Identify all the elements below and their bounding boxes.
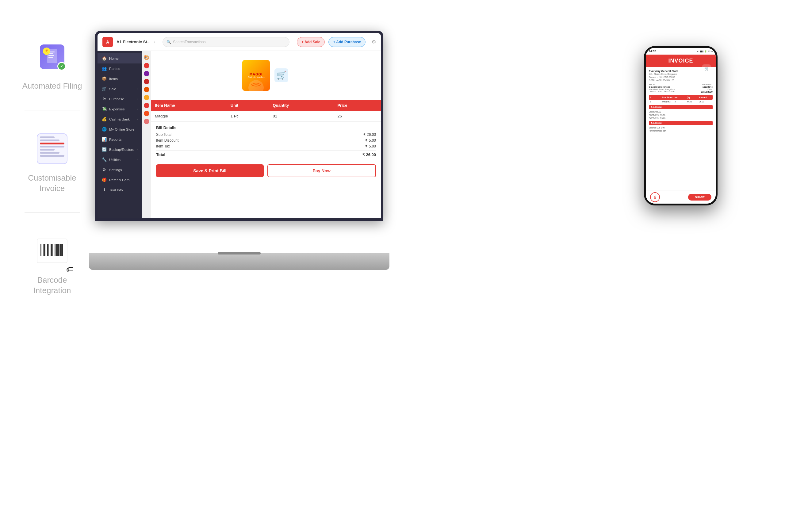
sidebar-item-trial-info[interactable]: ℹ Trial Info <box>98 185 142 195</box>
svg-rect-12 <box>50 244 50 256</box>
svg-rect-10 <box>47 244 48 256</box>
sidebar-item-home[interactable]: 🏠 Home <box>98 53 142 64</box>
save-print-button[interactable]: Save & Print Bill <box>156 164 264 177</box>
sidebar-item-cash-bank[interactable]: 💰 Cash & Bank › <box>98 114 142 124</box>
total-label: Total <box>156 152 165 157</box>
cell-price: 26 <box>334 111 381 122</box>
sidebar-label-cash-bank: Cash & Bank <box>109 118 130 121</box>
sidebar-item-reports[interactable]: 📊 Reports <box>98 134 142 145</box>
invoice-line-1 <box>40 136 55 138</box>
mobile-discount: Discount 5.00 <box>649 110 713 113</box>
mobile-bill-to-contact: Contact - +91 12345 67890 <box>649 91 676 93</box>
features-column: ₹ ✓ Automated Filing <box>18 37 86 296</box>
divider-1 <box>25 110 80 110</box>
print-icon: 🖨 <box>653 195 657 199</box>
items-icon: 📦 <box>102 76 107 81</box>
mobile-invoice-title: INVOICE <box>649 58 713 64</box>
item-tax-row: Item Tax ₹ 5.00 <box>156 144 376 148</box>
backup-icon: 🔄 <box>102 147 107 152</box>
mobile-share-button[interactable]: SHARE <box>688 194 711 201</box>
palette-dot-8[interactable] <box>144 119 149 124</box>
mobile-bill-to-label: Bill To: <box>649 83 676 85</box>
svg-rect-16 <box>55 244 55 256</box>
sidebar-label-purchase: Purchase <box>109 97 124 101</box>
palette-dot-4[interactable] <box>144 87 149 92</box>
palette-dot-6[interactable] <box>144 103 149 108</box>
col-item-name: Item Name <box>151 100 227 111</box>
maggie-brand: MAGGI <box>250 72 262 76</box>
sidebar-item-utilities[interactable]: 🔧 Utilities › <box>98 155 142 164</box>
palette-dot-7[interactable] <box>144 111 149 116</box>
expenses-icon: 💸 <box>102 107 107 111</box>
mobile-balance-due: Balance Due 0.00 <box>649 126 713 129</box>
svg-rect-11 <box>48 244 49 256</box>
cell-item-name: Maggie <box>151 111 227 122</box>
mobile-print-button[interactable]: 🖨 <box>650 192 660 202</box>
mobile-invoice-info: Invoice No: 11223344 Date: 22/12/2020 <box>701 83 713 93</box>
feature-customisable-invoice: Customisable Invoice <box>18 129 86 194</box>
divider-2 <box>25 212 80 212</box>
barcode-illustration: 🏷 <box>37 238 68 263</box>
sidebar-label-refer-earn: Refer & Earn <box>109 178 129 182</box>
mobile-total-bar: Total 26.00 <box>649 105 713 109</box>
laptop-container: A A1 Electronic St... › 🔍 SearchTransact… <box>89 31 389 270</box>
mobile-cart-icon: 🛒 <box>702 65 711 73</box>
sidebar-item-parties[interactable]: 👥 Parties <box>98 64 142 74</box>
feature-barcode-integration: 🏷 Barcode Integration <box>18 231 86 296</box>
palette-dot-2[interactable] <box>144 71 149 76</box>
mobile-td-num: 1 <box>650 101 662 103</box>
sidebar-label-settings: Settings <box>109 168 122 172</box>
mobile-col-rate: ate <box>675 96 687 98</box>
sidebar-label-online-store: My Online Store <box>109 128 134 131</box>
invoice-table: Item Name Unit Quantity Price Maggie 1 P… <box>151 100 381 122</box>
sidebar-label-parties: Parties <box>109 67 120 71</box>
invoice-table-container: Item Name Unit Quantity Price Maggie 1 P… <box>151 100 381 122</box>
palette-icon[interactable]: 🎨 <box>144 55 150 60</box>
search-placeholder: SearchTransactions <box>173 40 205 44</box>
laptop-base <box>89 253 389 270</box>
mobile-body: Everyday General Store #41, Classic Cres… <box>646 67 716 190</box>
invoice-line-2 <box>40 140 59 141</box>
sidebar-item-items[interactable]: 📦 Items <box>98 74 142 84</box>
svg-text:🛒: 🛒 <box>277 70 287 80</box>
barcode-svg <box>40 243 65 258</box>
cash-bank-arrow-icon: › <box>137 118 138 121</box>
mobile-summary: Discount 5.00 SGST@9% 2.5.00 CGST@9% 2.5… <box>649 110 713 120</box>
svg-rect-17 <box>56 244 57 256</box>
add-purchase-button[interactable]: + Add Purchase <box>328 37 365 47</box>
check-icon: ✓ <box>57 62 66 71</box>
cell-unit: 1 Pc <box>227 111 269 122</box>
cash-bank-icon: 💰 <box>102 117 107 121</box>
mobile-addr-line1: #41, Classic Crest, Bangalore <box>649 73 677 75</box>
invoice-red-line <box>40 143 65 145</box>
palette-dot-3[interactable] <box>144 79 149 84</box>
content-area: 🏠 Home 👥 Parties 📦 Items 🛒 Sale › <box>98 51 381 218</box>
mobile-td-amount: 26.00 <box>699 101 711 103</box>
mobile-time: 14:32 <box>649 50 656 53</box>
sidebar-item-backup[interactable]: 🔄 Backup/Restore › <box>98 145 142 155</box>
mobile-cgst: CGST@9% 2.5.00 <box>649 117 713 120</box>
search-bar[interactable]: 🔍 SearchTransactions <box>162 37 289 47</box>
expenses-arrow-icon: › <box>137 108 138 111</box>
sidebar-item-settings[interactable]: ⚙ Settings <box>98 164 142 175</box>
sidebar-item-sale[interactable]: 🛒 Sale › <box>98 84 142 94</box>
app-screen: A A1 Electronic St... › 🔍 SearchTransact… <box>98 33 381 218</box>
palette-dot-5[interactable] <box>144 95 149 100</box>
mobile-date: Date: 22/12/2020 <box>701 88 713 93</box>
sidebar-item-expenses[interactable]: 💸 Expenses › <box>98 104 142 114</box>
sidebar-item-online-store[interactable]: 🌐 My Online Store <box>98 124 142 134</box>
pay-now-button[interactable]: Pay Now <box>268 164 376 177</box>
svg-rect-9 <box>46 244 46 256</box>
product-area: MAGGI 2-Minute Noodles <box>151 51 381 100</box>
automated-filing-icon-box: ₹ ✓ <box>32 37 72 77</box>
svg-rect-19 <box>58 244 59 256</box>
sidebar-label-trial-info: Trial Info <box>109 188 123 192</box>
mobile-td-qty: 44.00 <box>687 101 699 103</box>
add-sale-button[interactable]: + Add Sale <box>297 37 325 47</box>
noodle-svg <box>250 80 262 89</box>
mobile-td-name: Maggie 2 <box>662 101 675 103</box>
sidebar-item-purchase[interactable]: 🛍 Purchase › <box>98 94 142 104</box>
sidebar-item-refer-earn[interactable]: 🎁 Refer & Earn <box>98 175 142 185</box>
palette-dot-1[interactable] <box>144 63 149 68</box>
gear-icon[interactable]: ⚙ <box>372 39 376 45</box>
